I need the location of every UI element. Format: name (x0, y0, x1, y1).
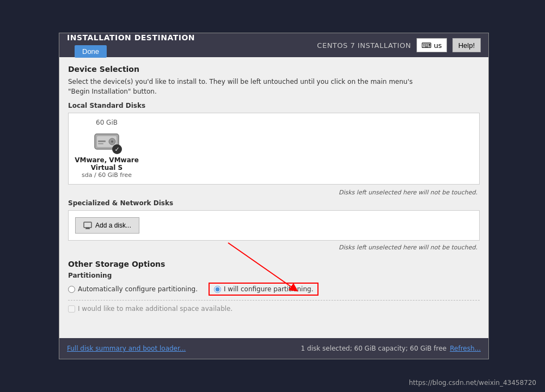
local-disks-box: 60 GiB ✓ VMware, VMware Virtual S sda / (68, 113, 480, 185)
radio-auto[interactable] (68, 286, 75, 293)
disk-icon-wrap: ✓ (94, 130, 120, 153)
radio-auto-option[interactable]: Automatically configure partitioning. (68, 285, 198, 293)
other-storage-title: Other Storage Options (68, 260, 480, 268)
disk-item[interactable]: 60 GiB ✓ VMware, VMware Virtual S sda / (74, 119, 139, 179)
highlighted-radio-box: I will configure partitioning. (209, 283, 319, 296)
selected-checkmark: ✓ (112, 144, 122, 154)
additional-space-label: I would like to make additional space av… (78, 305, 232, 313)
radio-manual-option[interactable]: I will configure partitioning. (214, 285, 313, 293)
svg-point-3 (111, 140, 113, 143)
radio-manual[interactable] (214, 286, 221, 293)
done-button[interactable]: Done (75, 45, 107, 58)
device-selection-desc: Select the device(s) you'd like to insta… (68, 77, 480, 96)
local-disks-hint: Disks left unselected here will not be t… (68, 188, 480, 199)
device-selection-title: Device Selection (68, 65, 480, 74)
specialized-label: Specialized & Network Disks (68, 199, 480, 207)
page-title: INSTALLATION DESTINATION (67, 33, 195, 42)
keyboard-icon: ⌨ (421, 41, 432, 50)
full-disk-summary-link[interactable]: Full disk summary and boot loader... (67, 345, 186, 352)
disk-name: VMware, VMware Virtual S (74, 156, 139, 171)
header-bar: INSTALLATION DESTINATION Done CENTOS 7 I… (59, 33, 488, 57)
svg-rect-6 (84, 222, 91, 228)
svg-rect-4 (98, 140, 106, 142)
footer-status: 1 disk selected; 60 GiB capacity; 60 GiB… (301, 345, 481, 352)
disk-size: 60 GiB (74, 119, 139, 126)
monitor-icon (83, 221, 92, 230)
help-button[interactable]: Help! (452, 38, 481, 52)
radio-auto-label: Automatically configure partitioning. (78, 285, 198, 293)
add-disk-button[interactable]: Add a disk... (75, 217, 139, 234)
local-disks-label: Local Standard Disks (68, 102, 480, 109)
footer-bar: Full disk summary and boot loader... 1 d… (59, 338, 488, 359)
bottom-url: https://blog.csdn.net/weixin_43458720 (409, 379, 536, 387)
main-window: INSTALLATION DESTINATION Done CENTOS 7 I… (59, 33, 489, 359)
partitioning-label: Partitioning (68, 272, 480, 279)
specialized-hint: Disks left unselected here will not be t… (68, 243, 480, 254)
status-text: 1 disk selected; 60 GiB capacity; 60 GiB… (301, 345, 447, 352)
specialized-box: Add a disk... (68, 210, 480, 241)
keyboard-value: us (434, 41, 442, 50)
radio-row: Automatically configure partitioning. I … (68, 283, 480, 296)
svg-rect-5 (98, 143, 103, 144)
disk-meta: sda / 60 GiB free (82, 171, 132, 179)
checkbox-row[interactable]: I would like to make additional space av… (68, 305, 480, 313)
header-right: CENTOS 7 INSTALLATION ⌨ us Help! (317, 38, 481, 52)
centos-label: CENTOS 7 INSTALLATION (317, 41, 411, 50)
refresh-link[interactable]: Refresh... (450, 345, 481, 352)
dashed-separator (68, 300, 480, 301)
radio-manual-label: I will configure partitioning. (224, 285, 313, 293)
additional-space-checkbox[interactable] (68, 305, 75, 313)
content-area: Device Selection Select the device(s) yo… (59, 57, 488, 318)
keyboard-input[interactable]: ⌨ us (417, 38, 447, 52)
